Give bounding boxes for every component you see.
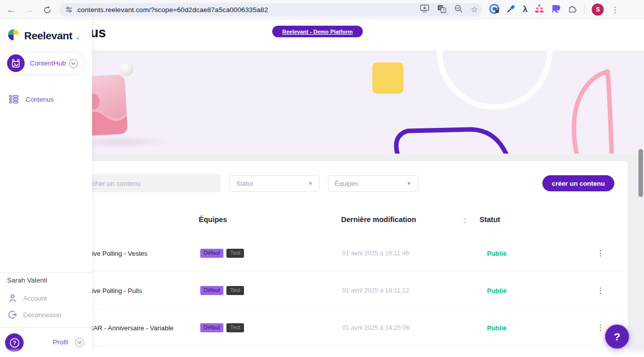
status-badge: Publié	[487, 249, 507, 257]
install-app-icon[interactable]	[420, 5, 429, 15]
sidebar: Reelevant. ContentHub	[0, 19, 92, 357]
row-menu-kebab-icon[interactable]: ⋮	[597, 323, 604, 332]
status-filter-select[interactable]: Statut ▼	[229, 175, 319, 192]
yellow-square-shape	[372, 62, 404, 94]
back-button[interactable]: ←	[5, 4, 17, 16]
app-root: Contenus Reelevant - Demo Platform	[0, 0, 644, 357]
bottom-fade	[0, 348, 644, 357]
demo-platform-banner-label: Reelevant - Demo Platform	[282, 29, 353, 35]
row-menu-kebab-icon[interactable]: ⋮	[597, 249, 604, 258]
workspace-label: ContentHub	[30, 59, 66, 67]
team-badge-default: Défaut	[200, 323, 223, 332]
forward-button[interactable]: →	[23, 4, 35, 16]
scrollbar-thumb[interactable]	[638, 149, 643, 197]
sort-icon[interactable]	[463, 217, 467, 226]
chevron-down-icon[interactable]	[74, 337, 85, 347]
team-badge-test: Test	[226, 323, 244, 332]
table-header: Équipes Dernière modification Statut	[30, 216, 628, 231]
team-badges: Défaut Test	[200, 323, 244, 332]
last-modified-date: 01 avril 2025 à 16:11:12	[342, 287, 409, 294]
password-manager-icon[interactable]	[489, 4, 500, 16]
create-content-button[interactable]: créer un contenu	[542, 175, 614, 191]
extensions-puzzle-icon[interactable]	[568, 4, 577, 15]
teams-filter-select[interactable]: Équipes ▼	[328, 175, 418, 192]
demo-platform-banner[interactable]: Reelevant - Demo Platform	[272, 26, 363, 37]
team-badge-default: Défaut	[200, 248, 223, 257]
user-name: Sarah Valenti	[7, 276, 47, 284]
status-badge: Publié	[487, 287, 507, 294]
reelevant-extension-icon[interactable]	[551, 4, 561, 16]
translate-icon[interactable]: G文	[437, 5, 446, 15]
account-label: Account	[23, 295, 47, 302]
svg-text:?: ?	[13, 340, 16, 346]
profile-label[interactable]: Profil	[53, 338, 68, 346]
teams-filter-label: Équipes	[335, 180, 358, 187]
logout-label: Déconnexion	[23, 311, 61, 319]
column-header-last-modified: Dernière modification	[341, 216, 416, 224]
extensions-area: λ S ⋮	[489, 0, 619, 19]
logo-dot: .	[76, 30, 79, 42]
eyedropper-icon[interactable]	[507, 4, 516, 15]
pink-dots-extension-icon[interactable]	[534, 4, 544, 15]
content-name: Live Polling - Vestes	[89, 249, 147, 257]
reelevant-logo[interactable]: Reelevant.	[7, 28, 79, 43]
sidebar-divider	[0, 272, 92, 273]
main-content: Contenus Reelevant - Demo Platform	[0, 19, 644, 357]
zoom-out-icon[interactable]	[454, 5, 463, 15]
reload-button[interactable]	[41, 4, 53, 16]
pink-leaf-shape	[567, 68, 617, 154]
white-ring-shape	[437, 50, 552, 110]
column-header-teams: Équipes	[199, 216, 227, 224]
sidebar-item-label: Contenus	[26, 96, 54, 103]
row-menu-kebab-icon[interactable]: ⋮	[597, 286, 604, 295]
reelevant-logo-text: Reelevant	[24, 30, 72, 42]
team-badges: Défaut Test	[200, 248, 244, 257]
sphere-illustration	[120, 62, 133, 76]
team-badges: Défaut Test	[200, 285, 244, 295]
url-text: contents.reelevant.com/?scope=60d2dcae87…	[77, 6, 268, 14]
last-modified-date: 01 avril 2025 à 14:25:06	[342, 324, 410, 331]
column-header-status: Statut	[479, 216, 500, 224]
omnibox-actions: G文 ☆	[420, 3, 478, 17]
workspace-selector[interactable]: ContentHub	[4, 52, 85, 75]
table-row[interactable]: CAR - Anniversaire - Variable Défaut Tes…	[30, 309, 628, 346]
bookmark-star-icon[interactable]: ☆	[471, 6, 478, 14]
logout-icon	[8, 310, 17, 319]
app-header: Contenus Reelevant - Demo Platform	[0, 19, 644, 50]
sidebar-item-contenus[interactable]: Contenus	[0, 91, 92, 107]
content-name: Live Polling - Pulls	[89, 287, 142, 294]
site-settings-icon[interactable]	[65, 6, 72, 13]
content-name: CAR - Anniversaire - Variable	[89, 324, 174, 331]
svg-text:文: 文	[442, 8, 445, 12]
table-row[interactable]: Live Polling - Vestes Défaut Test 01 avr…	[30, 235, 628, 272]
chevron-down-icon: ▼	[308, 181, 313, 186]
contents-card: Statut ▼ Équipes ▼ créer un contenu Équi…	[30, 161, 628, 357]
contenthub-icon	[7, 54, 25, 72]
team-badge-test: Test	[226, 285, 244, 295]
table-row[interactable]: Live Polling - Pulls Défaut Test 01 avri…	[30, 272, 628, 309]
help-floating-button[interactable]: ?	[605, 324, 629, 349]
sidebar-divider	[0, 327, 92, 328]
person-icon	[8, 294, 17, 303]
team-badge-test: Test	[226, 248, 244, 257]
chevron-down-icon[interactable]	[68, 58, 78, 68]
lambda-extension-icon[interactable]: λ	[523, 5, 527, 15]
list-icon	[9, 95, 19, 104]
purple-outline-shape	[391, 127, 515, 154]
address-bar[interactable]: contents.reelevant.com/?scope=60d2dcae87…	[59, 3, 482, 17]
last-modified-date: 01 avril 2025 à 16:11:46	[342, 250, 409, 257]
status-filter-label: Statut	[236, 180, 253, 187]
status-badge: Publié	[487, 324, 507, 331]
browser-toolbar: ← → contents.reelevant.com/?scope=60d2dc…	[0, 0, 644, 19]
toolbar-divider	[584, 5, 585, 14]
sidebar-item-account[interactable]: Account	[0, 292, 92, 305]
team-badge-default: Défaut	[200, 285, 223, 295]
hero-banner	[0, 50, 644, 154]
profile-avatar[interactable]: S	[592, 4, 604, 16]
reelevant-logo-icon	[7, 28, 20, 43]
browser-menu-kebab-icon[interactable]: ⋮	[611, 5, 619, 15]
sidebar-item-logout[interactable]: Déconnexion	[0, 308, 92, 321]
chevron-down-icon: ▼	[407, 181, 412, 186]
